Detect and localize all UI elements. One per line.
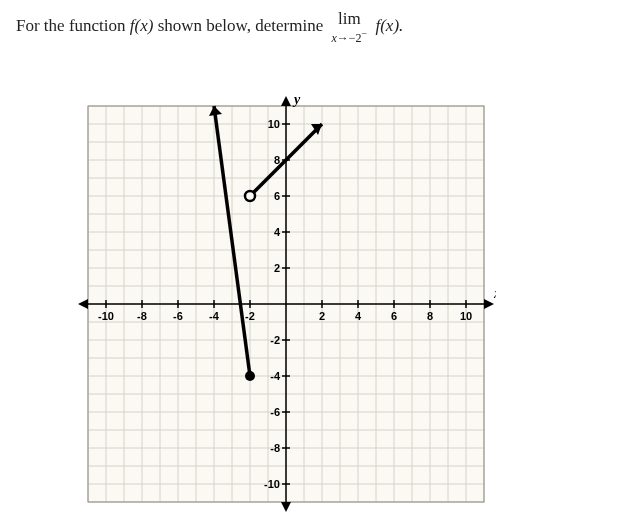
- svg-marker-51: [281, 502, 291, 512]
- prompt-prefix: For the function: [16, 16, 130, 35]
- svg-marker-48: [484, 299, 494, 309]
- prompt-func-2: f(x).: [375, 16, 403, 35]
- ytick: 10: [268, 118, 280, 130]
- svg-marker-49: [78, 299, 88, 309]
- ytick: 6: [274, 190, 280, 202]
- limit-notation: lim x→−2−: [331, 10, 367, 44]
- graph-container: -10 -8 -6 -4 -2 2 4 6 8 10 10 8 6 4 2 -2…: [76, 94, 620, 512]
- xtick: 2: [319, 310, 325, 322]
- ytick: -6: [270, 406, 280, 418]
- prompt-func-1: f(x): [130, 16, 154, 35]
- ytick: 8: [274, 154, 280, 166]
- lim-subscript: x→−2−: [331, 29, 367, 44]
- xtick: 10: [460, 310, 472, 322]
- ytick: 2: [274, 262, 280, 274]
- xtick: -8: [137, 310, 147, 322]
- open-point-icon: [245, 191, 255, 201]
- svg-marker-50: [281, 96, 291, 106]
- xtick: -2: [245, 310, 255, 322]
- prompt-mid: shown below, determine: [158, 16, 328, 35]
- xtick: -4: [209, 310, 220, 322]
- ytick: -4: [270, 370, 281, 382]
- xtick: 6: [391, 310, 397, 322]
- ytick: -8: [270, 442, 280, 454]
- ytick: -10: [264, 478, 280, 490]
- lim-word: lim: [338, 9, 361, 28]
- closed-point-icon: [245, 371, 255, 381]
- xtick: -6: [173, 310, 183, 322]
- question-prompt: For the function f(x) shown below, deter…: [16, 10, 620, 44]
- xtick: 4: [355, 310, 362, 322]
- y-axis-label: y: [292, 94, 301, 107]
- x-axis-label: x: [493, 286, 496, 301]
- xtick: 8: [427, 310, 433, 322]
- ytick: 4: [274, 226, 281, 238]
- function-graph: -10 -8 -6 -4 -2 2 4 6 8 10 10 8 6 4 2 -2…: [76, 94, 496, 512]
- xtick: -10: [98, 310, 114, 322]
- ytick: -2: [270, 334, 280, 346]
